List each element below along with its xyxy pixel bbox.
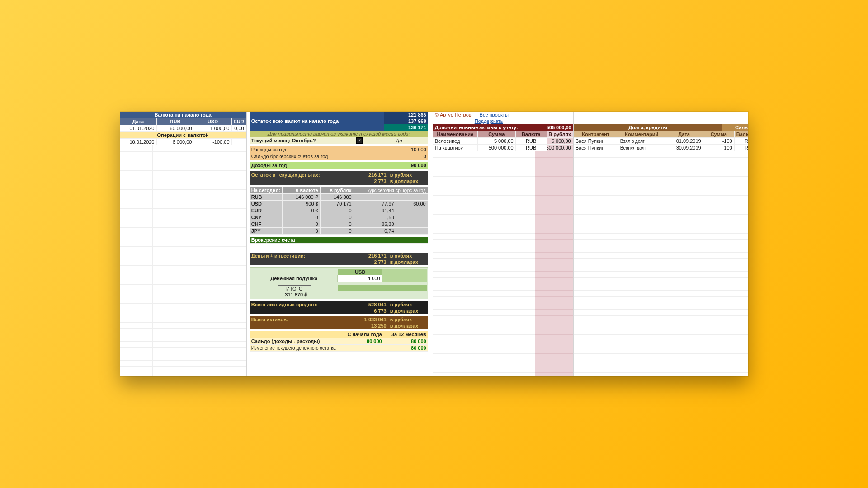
colA-row-1[interactable]: 01.01.2020 60 000,00 1 000,00 0,00 [120, 125, 246, 132]
summary-column: 121 865 Остаток всех валют на начало год… [247, 112, 433, 376]
links-row-2: Поддержать [433, 118, 573, 124]
author-link[interactable]: © Артур Петров [435, 112, 472, 117]
colA-empty[interactable] [120, 145, 246, 376]
debts-header: Контрагент Комментарий Дата Сумма Валюта [574, 131, 748, 138]
links-row-1: © Артур Петров Все проекты [433, 112, 573, 118]
today-row: CNY0011,58 [250, 214, 428, 221]
today-row: JPY000,74 [250, 228, 428, 235]
debts-column: Долги, кредиты Сальдо: Контрагент Коммен… [574, 112, 748, 376]
assets-header: Наименование Сумма Валюта В рублях [433, 131, 573, 138]
bottom-r2: Изменение текущего денежного остатка 80 … [250, 345, 428, 352]
colA-title: Валюта на начало года [120, 112, 246, 118]
hint-row: Для правильности расчетов укажите текущи… [250, 131, 428, 137]
assets-block: Всего активов: 1 033 041 в рублях 13 250… [250, 316, 428, 329]
month-checkbox[interactable]: ✓ [356, 137, 363, 144]
assets-title: Дополнительные активы к учету: 505 000,0… [433, 124, 573, 131]
income-row: Доходы за год 90 000 [250, 162, 428, 169]
broker-accounts-row: Брокерские счета [250, 237, 428, 244]
today-row: RUB146 000 ₽146 000 [250, 194, 428, 201]
today-row: CHF0085,30 [250, 221, 428, 228]
debts-rows: Вася ПупкинВзял в долг01.09.2019-100RUBВ… [574, 138, 748, 151]
month-row: Текущий месяц: Октябрь? ✓ Да [250, 137, 428, 144]
assets-rows: Велосипед5 000,00RUB5 000,00На квартиру5… [433, 138, 573, 151]
debt-row[interactable]: Вася ПупкинВзял в долг01.09.2019-100RUB [574, 138, 748, 145]
projects-link[interactable]: Все проекты [480, 112, 509, 117]
money-inv-block: Деньги + инвестиции: 216 171 в рублях 2 … [250, 253, 428, 265]
currency-column: Валюта на начало года Дата RUB USD EUR 0… [120, 112, 247, 376]
expenses-row: Расходы за год -10 000 [250, 146, 428, 153]
spreadsheet-window: Валюта на начало года Дата RUB USD EUR 0… [120, 112, 748, 376]
today-row: USD900 $70 17177,9760,00 [250, 201, 428, 207]
assets-empty[interactable] [433, 151, 573, 376]
today-header: На сегодня: в валюте в рублях курс сегод… [250, 187, 428, 194]
colA-ops-title: Операции с валютой [120, 132, 246, 139]
debts-title: Долги, кредиты Сальдо: [574, 124, 748, 131]
assets-column: © Артур Петров Все проекты Поддержать До… [433, 112, 574, 376]
debt-row[interactable]: Вася ПупкинВернул долг30.09.2019100RUB [574, 145, 748, 151]
asset-row[interactable]: Велосипед5 000,00RUB5 000,00 [433, 138, 573, 145]
bottom-r1: Сальдо (доходы - расходы) 80 000 80 000 [250, 338, 428, 345]
top-balance-block: 121 865 Остаток всех валют на начало год… [250, 112, 428, 131]
colA-header-row: Дата RUB USD EUR [120, 118, 246, 125]
bottom-header: С начала года За 12 месяцев [250, 331, 428, 338]
pillow-block: USD Денежная подушка 4 000 ИТОГО 311 870… [250, 267, 428, 299]
today-row: EUR0 €091,44 [250, 207, 428, 214]
today-rows: RUB146 000 ₽146 000USD900 $70 17177,9760… [250, 194, 428, 235]
colA-row-2[interactable]: 10.01.2020 +6 000,00 -100,00 [120, 139, 246, 145]
support-link[interactable]: Поддержать [475, 118, 503, 124]
broker-balance-row: Сальдо брокерских счетов за год 0 [250, 153, 428, 160]
current-balance-block: Остаток в текущих деньгах: 216 171 в руб… [250, 171, 428, 185]
asset-row[interactable]: На квартиру500 000,00RUB500 000,00 [433, 145, 573, 151]
liquid-block: Всего ликвидных средств: 528 041 в рубля… [250, 301, 428, 314]
debts-empty[interactable] [574, 151, 748, 376]
